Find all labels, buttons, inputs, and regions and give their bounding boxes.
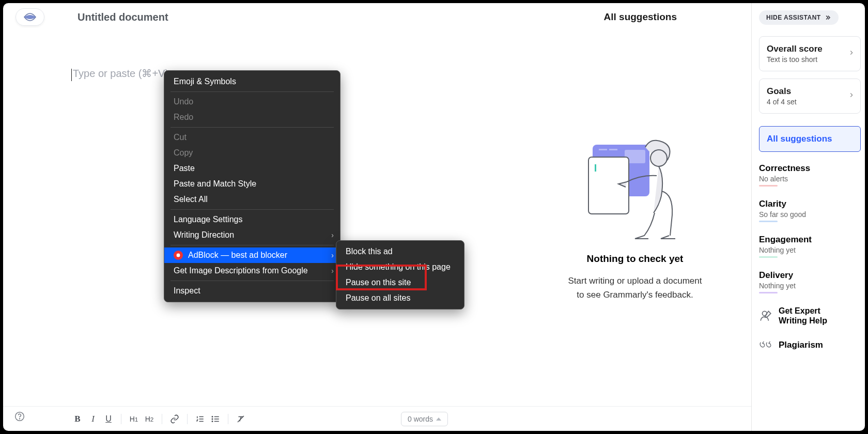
bullet-list-button[interactable] xyxy=(208,412,223,426)
hide-assistant-button[interactable]: HIDE ASSISTANT xyxy=(759,10,839,25)
document-title[interactable]: Untitled document xyxy=(78,11,168,23)
all-suggestions-heading: All suggestions xyxy=(604,11,677,23)
goals-card[interactable]: Goals 4 of 4 set xyxy=(759,79,861,114)
editor-placeholder: Type or paste (⌘+V) xyxy=(73,68,168,79)
context-menu: Emoji & Symbols Undo Redo Cut Copy Paste… xyxy=(164,70,340,302)
clear-formatting-button[interactable] xyxy=(234,412,248,426)
chevron-right-icon: › xyxy=(331,251,334,259)
separator xyxy=(171,91,334,92)
delivery-title: Delivery xyxy=(759,270,861,281)
triangle-up-icon xyxy=(436,417,441,421)
hide-assistant-label: HIDE ASSISTANT xyxy=(766,14,821,21)
ctx-select-all[interactable]: Select All xyxy=(164,192,340,207)
h1-button[interactable]: H1 xyxy=(127,412,141,426)
ctx-cut: Cut xyxy=(164,130,340,145)
separator xyxy=(171,281,334,281)
suggestions-empty-state: Nothing to check yet Start writing or up… xyxy=(519,31,751,406)
underline-button[interactable]: U xyxy=(101,412,116,426)
empty-title: Nothing to check yet xyxy=(519,253,751,265)
adblock-submenu: Block this ad Hide something on this pag… xyxy=(336,240,464,309)
h2-button[interactable]: H2 xyxy=(142,412,157,426)
link-icon xyxy=(170,414,179,424)
bold-button[interactable]: B xyxy=(70,412,85,426)
ctx-emoji[interactable]: Emoji & Symbols xyxy=(164,74,340,89)
ctx-paste[interactable]: Paste xyxy=(164,161,340,176)
ctx-paste-match[interactable]: Paste and Match Style xyxy=(164,176,340,192)
plagiarism-label: Plagiarism xyxy=(779,340,823,350)
adblock-icon xyxy=(174,251,183,260)
link-button[interactable] xyxy=(167,412,182,426)
word-count[interactable]: 0 words xyxy=(401,412,448,426)
ctx-inspect[interactable]: Inspect xyxy=(164,283,340,299)
sub-pause-all[interactable]: Pause on all sites xyxy=(336,290,464,306)
goals-title: Goals xyxy=(767,86,853,97)
ol-icon xyxy=(195,414,205,424)
empty-sub-1: Start writing or upload a document xyxy=(519,274,751,288)
goals-sub: 4 of 4 set xyxy=(767,98,853,106)
empty-sub-2: to see Grammarly's feedback. xyxy=(519,288,751,302)
app-logo-button[interactable] xyxy=(16,8,44,26)
svg-rect-5 xyxy=(595,164,596,172)
quotes-icon xyxy=(759,340,772,350)
sub-block-ad[interactable]: Block this ad xyxy=(336,244,464,259)
clarity-title: Clarity xyxy=(759,199,861,209)
ctx-copy: Copy xyxy=(164,145,340,161)
empty-illustration xyxy=(583,134,687,243)
svg-point-6 xyxy=(650,150,667,166)
word-count-text: 0 words xyxy=(408,415,433,423)
plagiarism[interactable]: Plagiarism xyxy=(759,340,861,350)
bottom-toolbar: B I U H1 H2 xyxy=(3,406,751,431)
underline xyxy=(759,221,778,222)
delivery-sub: Nothing yet xyxy=(759,282,861,290)
italic-button[interactable]: I xyxy=(86,412,100,426)
expert-help[interactable]: Get Expert Writing Help xyxy=(759,306,861,326)
clarity-sub: So far so good xyxy=(759,210,861,219)
underline xyxy=(759,256,778,258)
category-correctness[interactable]: Correctness No alerts xyxy=(759,163,861,187)
category-clarity[interactable]: Clarity So far so good xyxy=(759,199,861,222)
separator xyxy=(187,414,188,424)
sub-hide-something[interactable]: Hide something on this page xyxy=(336,259,464,275)
svg-point-18 xyxy=(20,419,20,419)
ul-icon xyxy=(211,414,220,424)
underline xyxy=(759,292,778,293)
ctx-writing-direction-label: Writing Direction xyxy=(174,230,234,240)
numbered-list-button[interactable] xyxy=(193,412,207,426)
logo-icon xyxy=(23,11,37,23)
expert-line1: Get Expert xyxy=(779,306,827,316)
correctness-title: Correctness xyxy=(759,163,861,174)
help-icon xyxy=(14,411,25,422)
chevron-right-icon xyxy=(848,91,855,101)
assistant-sidebar: HIDE ASSISTANT Overall score Text is too… xyxy=(751,3,865,431)
category-delivery[interactable]: Delivery Nothing yet xyxy=(759,270,861,293)
ctx-img-desc-label: Get Image Descriptions from Google xyxy=(174,266,308,275)
all-suggestions-active[interactable]: All suggestions xyxy=(759,126,861,152)
ctx-adblock-label: AdBlock — best ad blocker xyxy=(188,251,287,260)
correctness-sub: No alerts xyxy=(759,175,861,183)
ctx-img-desc[interactable]: Get Image Descriptions from Google › xyxy=(164,263,340,278)
separator xyxy=(171,127,334,128)
svg-point-14 xyxy=(212,419,213,420)
chevron-right-icon xyxy=(848,49,855,58)
clear-format-icon xyxy=(236,414,245,424)
svg-point-15 xyxy=(212,421,213,422)
underline xyxy=(759,185,778,187)
separator xyxy=(162,414,162,424)
help-button[interactable] xyxy=(14,411,25,424)
svg-rect-1 xyxy=(599,149,607,150)
ctx-adblock[interactable]: AdBlock — best ad blocker › xyxy=(164,247,340,263)
chevrons-right-icon xyxy=(824,14,831,21)
separator xyxy=(228,414,228,424)
ctx-language-settings[interactable]: Language Settings xyxy=(164,212,340,227)
category-engagement[interactable]: Engagement Nothing yet xyxy=(759,235,861,258)
separator xyxy=(171,245,334,245)
person-icon xyxy=(759,309,772,322)
sub-pause-site[interactable]: Pause on this site xyxy=(336,275,464,290)
engagement-title: Engagement xyxy=(759,235,861,245)
ctx-writing-direction[interactable]: Writing Direction › xyxy=(164,227,340,243)
expert-line2: Writing Help xyxy=(779,316,827,326)
ctx-redo: Redo xyxy=(164,110,340,125)
separator xyxy=(171,209,334,210)
overall-score-card[interactable]: Overall score Text is too short xyxy=(759,36,861,71)
svg-point-13 xyxy=(212,416,213,417)
